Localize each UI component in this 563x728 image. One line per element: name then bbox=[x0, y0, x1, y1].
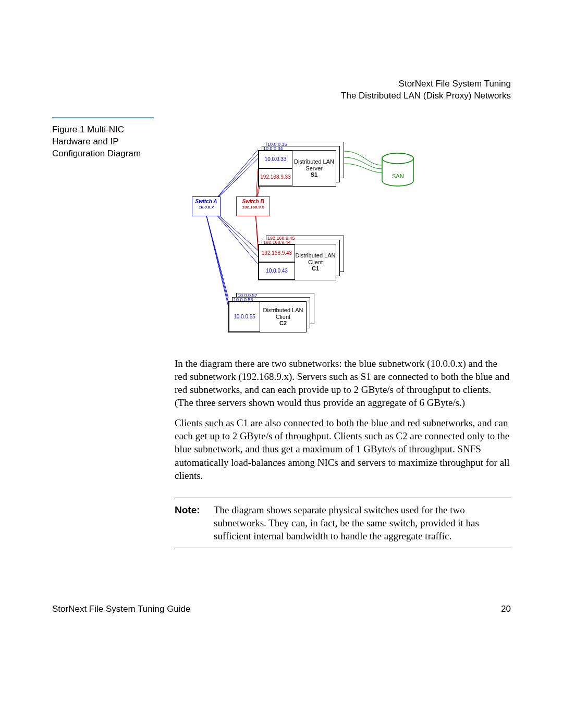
switch-b-subnet: 192.168.9.x bbox=[237, 205, 270, 209]
paragraph-1: In the diagram there are two subnetworks… bbox=[175, 357, 511, 409]
note-text: The diagram shows separate physical swit… bbox=[214, 503, 511, 542]
svg-line-14 bbox=[206, 214, 228, 306]
header-line-1: StorNext File System Tuning bbox=[341, 78, 511, 90]
page-number: 20 bbox=[501, 604, 511, 614]
note-label: Note: bbox=[175, 503, 214, 542]
client2-node: 10.0.0.55 Distributed LAN Client C2 bbox=[228, 301, 307, 332]
figure-rule bbox=[52, 117, 154, 118]
note-box: Note: The diagram shows separate physica… bbox=[175, 498, 511, 548]
client2-ip-blue-3: 10.0.0.57 bbox=[238, 293, 258, 298]
switch-a-subnet: 10.0.0.x bbox=[192, 205, 220, 209]
server-ip-blue-3: 10.0.0.35 bbox=[267, 142, 287, 147]
network-diagram: Switch A 10.0.0.x Switch B 192.168.9.x 1… bbox=[175, 137, 503, 345]
client1-id: C1 bbox=[295, 265, 336, 272]
svg-line-7 bbox=[211, 208, 262, 261]
switch-a-name: Switch A bbox=[192, 199, 220, 205]
footer-title: StorNext File System Tuning Guide bbox=[52, 604, 191, 614]
server-id: S1 bbox=[292, 171, 336, 178]
client1-ip-red: 192.168.9.43 bbox=[259, 244, 295, 262]
server-ip-red: 192.168.9.33 bbox=[259, 168, 292, 186]
switch-b: Switch B 192.168.9.x bbox=[236, 196, 270, 216]
client1-ip-red-3: 192.168.9.45 bbox=[267, 236, 295, 241]
client2-label: Distributed LAN Client bbox=[260, 307, 306, 320]
server-label: Distributed LAN Server bbox=[292, 158, 336, 171]
switch-a: Switch A 10.0.0.x bbox=[192, 196, 221, 216]
client1-label: Distributed LAN Client bbox=[295, 252, 336, 265]
body-text: In the diagram there are two subnetworks… bbox=[175, 357, 511, 489]
client1-ip-blue: 10.0.0.43 bbox=[259, 262, 295, 280]
server-ip-blue: 10.0.0.33 bbox=[259, 151, 292, 168]
server-label-box: Distributed LAN Server S1 bbox=[292, 151, 336, 186]
client1-node: 192.168.9.43 10.0.0.43 Distributed LAN C… bbox=[258, 244, 336, 280]
paragraph-2: Clients such as C1 are also connected to… bbox=[175, 416, 511, 482]
server-node: 10.0.0.33 192.168.9.33 Distributed LAN S… bbox=[258, 150, 336, 187]
client2-ip-blue: 10.0.0.55 bbox=[229, 302, 260, 332]
switch-b-name: Switch B bbox=[237, 199, 270, 205]
figure-caption: Figure 1 Multi-NIC Hardware and IP Confi… bbox=[52, 124, 162, 160]
svg-line-6 bbox=[211, 208, 258, 264]
svg-point-16 bbox=[382, 153, 413, 164]
client2-id: C2 bbox=[260, 320, 306, 327]
running-header: StorNext File System Tuning The Distribu… bbox=[341, 78, 511, 102]
san-label: SAN bbox=[392, 173, 404, 179]
client2-label-box: Distributed LAN Client C2 bbox=[260, 302, 306, 332]
header-line-2: The Distributed LAN (Disk Proxy) Network… bbox=[341, 90, 511, 102]
client1-label-box: Distributed LAN Client C1 bbox=[295, 244, 336, 280]
page: StorNext File System Tuning The Distribu… bbox=[0, 0, 563, 728]
